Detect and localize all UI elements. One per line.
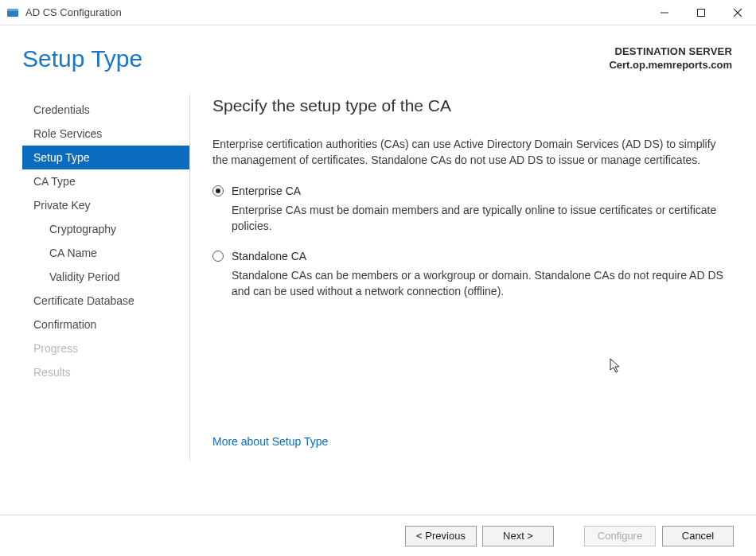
next-button[interactable]: Next > — [482, 526, 554, 546]
window-title: AD CS Configuration — [25, 6, 122, 18]
sidebar-item-cryptography[interactable]: Cryptography — [22, 217, 189, 241]
option-enterprise-ca: Enterprise CA Enterprise CAs must be dom… — [212, 185, 729, 235]
maximize-button[interactable] — [683, 0, 719, 25]
sidebar-item-role-services[interactable]: Role Services — [22, 122, 189, 146]
configure-button: Configure — [584, 526, 656, 546]
wizard-sidebar: Credentials Role Services Setup Type CA … — [22, 95, 189, 461]
sidebar-item-confirmation[interactable]: Confirmation — [22, 313, 189, 336]
radio-enterprise-ca[interactable] — [212, 185, 224, 196]
svg-rect-1 — [7, 9, 18, 11]
destination-info: DESTINATION SERVER Cert.op.memreports.co… — [609, 45, 732, 71]
destination-label: DESTINATION SERVER — [609, 45, 732, 57]
window-controls — [646, 0, 756, 25]
sidebar-item-ca-name[interactable]: CA Name — [22, 241, 189, 265]
option-label[interactable]: Enterprise CA — [232, 185, 301, 197]
minimize-button[interactable] — [646, 0, 683, 25]
cancel-button[interactable]: Cancel — [662, 526, 734, 546]
radio-standalone-ca[interactable] — [212, 251, 224, 262]
sidebar-item-private-key[interactable]: Private Key — [22, 193, 189, 217]
option-description: Standalone CAs can be members or a workg… — [212, 267, 729, 300]
main-description: Enterprise certification authorities (CA… — [212, 136, 729, 169]
more-about-link[interactable]: More about Setup Type — [212, 435, 328, 448]
sidebar-item-progress: Progress — [22, 336, 189, 360]
close-button[interactable] — [719, 0, 756, 25]
titlebar: AD CS Configuration — [0, 0, 756, 25]
main-heading: Specify the setup type of the CA — [212, 96, 729, 115]
previous-button[interactable]: < Previous — [405, 526, 477, 546]
option-label[interactable]: Standalone CA — [232, 250, 306, 262]
main-panel: Specify the setup type of the CA Enterpr… — [189, 95, 732, 461]
option-description: Enterprise CAs must be domain members an… — [212, 202, 729, 235]
sidebar-item-certificate-database[interactable]: Certificate Database — [22, 289, 189, 313]
page-title: Setup Type — [22, 45, 142, 72]
destination-server: Cert.op.memreports.com — [609, 59, 732, 71]
header: Setup Type DESTINATION SERVER Cert.op.me… — [22, 45, 732, 72]
sidebar-item-credentials[interactable]: Credentials — [22, 98, 189, 122]
option-standalone-ca: Standalone CA Standalone CAs can be memb… — [212, 250, 729, 300]
sidebar-item-results: Results — [22, 360, 189, 384]
wizard-footer: < Previous Next > Configure Cancel — [0, 515, 756, 556]
app-icon — [6, 6, 19, 19]
sidebar-item-setup-type[interactable]: Setup Type — [22, 146, 189, 169]
sidebar-item-ca-type[interactable]: CA Type — [22, 169, 189, 193]
svg-rect-3 — [698, 9, 705, 16]
sidebar-item-validity-period[interactable]: Validity Period — [22, 265, 189, 289]
